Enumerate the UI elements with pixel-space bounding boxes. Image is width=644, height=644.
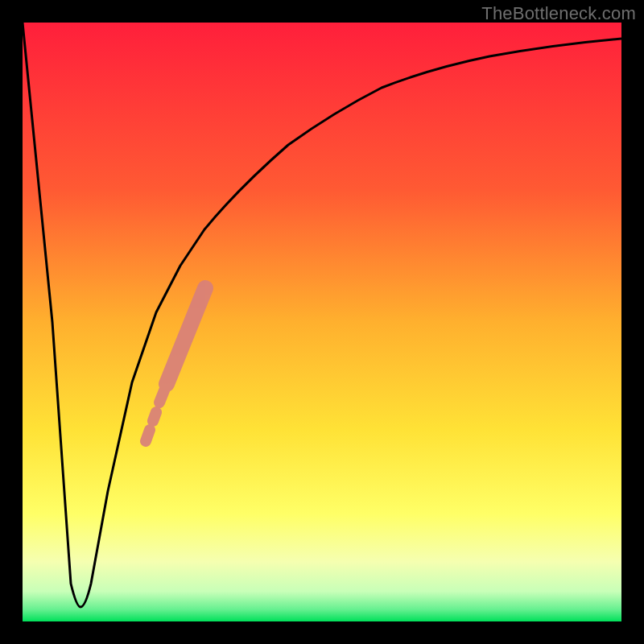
svg-line-1 <box>146 430 150 441</box>
chart-container: TheBottleneck.com <box>0 0 644 644</box>
watermark-text: TheBottleneck.com <box>481 3 636 24</box>
svg-line-3 <box>159 390 164 402</box>
bottleneck-chart-svg <box>0 0 644 644</box>
svg-line-2 <box>153 412 156 421</box>
plot-background <box>23 23 621 621</box>
